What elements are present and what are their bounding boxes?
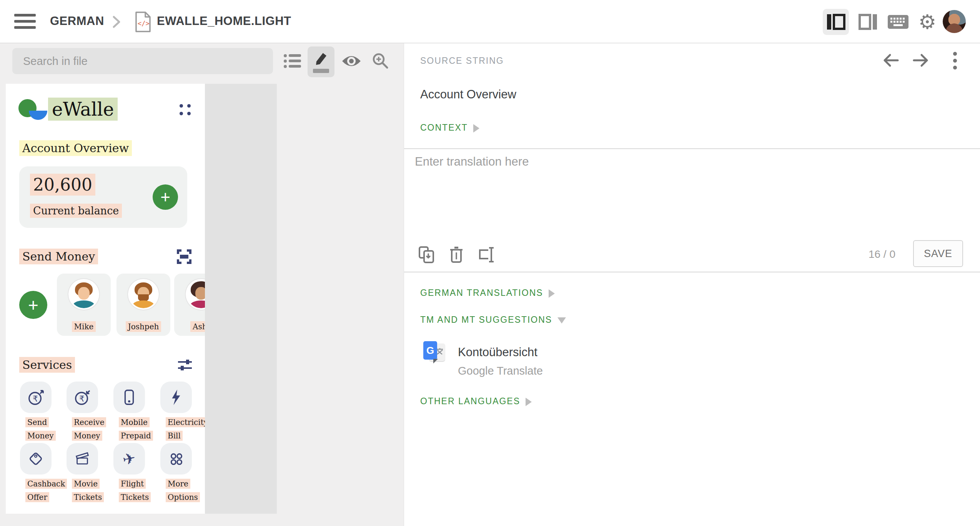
- service-label: Receive Money: [72, 416, 109, 443]
- service-label: Send Money: [25, 416, 62, 443]
- arrow-left-icon: [882, 52, 900, 69]
- electricity-bolt-icon: [167, 388, 185, 406]
- suggestion-text[interactable]: Kontoübersicht: [458, 345, 537, 359]
- balance-card: 20,600 Current balance +: [19, 166, 187, 228]
- service-label: Mobile Prepaid: [119, 416, 156, 443]
- zoom-button[interactable]: [370, 50, 391, 72]
- collapsed-triangle-icon: [526, 398, 532, 406]
- kebab-menu-icon: [952, 51, 958, 70]
- other-languages-toggle[interactable]: OTHER LANGUAGES: [420, 396, 532, 407]
- filter-sliders-icon[interactable]: [178, 359, 192, 373]
- next-string-button[interactable]: [912, 52, 930, 70]
- chevron-right-icon: [111, 15, 121, 30]
- add-contact-button[interactable]: +: [19, 291, 47, 319]
- collapsed-triangle-icon: [473, 124, 479, 133]
- expanded-triangle-icon: [557, 317, 566, 324]
- settings-button[interactable]: ⚙: [914, 9, 940, 35]
- layout-right-panel-button[interactable]: [855, 9, 881, 35]
- contact-avatar: [186, 279, 205, 310]
- send-money-icon: ₹: [27, 388, 45, 406]
- ewalle-logo-icon-accent: [29, 111, 47, 120]
- suggestion-provider: Google Translate: [458, 365, 543, 377]
- balance-amount-string[interactable]: 20,600: [30, 175, 95, 194]
- service-cashback-offer[interactable]: [20, 443, 52, 475]
- preview-mode-button[interactable]: [341, 50, 362, 72]
- contact-name: Mike: [57, 322, 111, 331]
- contact-avatar: [128, 279, 159, 310]
- clapperboard-icon: [73, 450, 91, 468]
- layout-left-panel-button[interactable]: [823, 9, 849, 35]
- contact-card[interactable]: Mike: [57, 274, 111, 336]
- svg-text:₹: ₹: [33, 394, 38, 403]
- service-more-options[interactable]: [160, 443, 192, 475]
- mobile-prepaid-icon: [120, 388, 138, 406]
- zoom-in-icon: [372, 52, 389, 70]
- service-label: Movie Tickets: [72, 477, 109, 504]
- grid-menu-icon[interactable]: [180, 104, 191, 116]
- translate-fold-shape: [433, 359, 438, 363]
- contact-card[interactable]: Joshpeh: [116, 274, 170, 336]
- google-translate-icon[interactable]: G: [423, 341, 446, 364]
- collapsed-triangle-icon: [549, 289, 555, 298]
- breadcrumb-file-name: EWALLE_HOME.LIGHT: [157, 14, 291, 28]
- trash-icon: [449, 246, 463, 264]
- hamburger-menu-icon[interactable]: [14, 13, 37, 32]
- service-flight-tickets[interactable]: ✈: [113, 443, 145, 475]
- layout-left-icon: [826, 13, 845, 31]
- dots-grid-icon: [167, 450, 185, 468]
- german-translations-toggle[interactable]: GERMAN TRANSLATIONS: [420, 288, 555, 298]
- svg-text:</>: </>: [138, 20, 150, 27]
- select-frame-icon[interactable]: [176, 249, 192, 266]
- context-section-toggle[interactable]: CONTEXT: [420, 123, 479, 133]
- service-receive-money[interactable]: ₹: [67, 382, 98, 413]
- code-file-icon: </>: [135, 11, 151, 35]
- edit-underline: [313, 69, 329, 73]
- add-balance-button[interactable]: +: [153, 184, 178, 210]
- previous-string-button[interactable]: [882, 52, 900, 70]
- divider: [404, 272, 980, 272]
- source-string-value: Account Overview: [420, 88, 516, 101]
- keyboard-shortcuts-button[interactable]: [885, 9, 911, 35]
- account-overview-string[interactable]: Account Overview: [19, 141, 132, 155]
- service-movie-tickets[interactable]: [67, 443, 98, 475]
- search-input[interactable]: [12, 48, 273, 74]
- list-icon: [283, 53, 302, 70]
- divider: [404, 148, 980, 149]
- layout-right-icon: [859, 13, 878, 31]
- svg-text:₹: ₹: [79, 394, 84, 403]
- editor-panel: SOURCE STRING Account Overview CONTEXT: [404, 43, 980, 526]
- arrow-right-icon: [912, 52, 930, 69]
- contact-card[interactable]: Ashl: [174, 274, 205, 336]
- edit-mode-button[interactable]: [308, 46, 334, 77]
- translation-input[interactable]: [415, 155, 961, 243]
- tm-mt-suggestions-toggle[interactable]: TM AND MT SUGGESTIONS: [420, 315, 566, 325]
- service-mobile-prepaid[interactable]: [113, 382, 145, 413]
- send-money-string[interactable]: Send Money: [19, 250, 98, 263]
- insert-placeholder-button[interactable]: [476, 244, 496, 265]
- balance-label-string[interactable]: Current balance: [30, 205, 122, 217]
- contact-name: Ashl: [174, 322, 205, 331]
- services-string[interactable]: Services: [19, 358, 75, 372]
- service-send-money[interactable]: ₹: [20, 382, 52, 413]
- contact-name: Joshpeh: [116, 322, 170, 331]
- breadcrumb-language[interactable]: GERMAN: [50, 14, 104, 28]
- user-avatar[interactable]: [943, 10, 966, 33]
- string-list-view-button[interactable]: [282, 50, 303, 72]
- copy-source-icon: [418, 246, 435, 264]
- service-label: Cashback Offer: [25, 477, 62, 504]
- service-label: Flight Tickets: [119, 477, 156, 504]
- copy-source-button[interactable]: [416, 244, 436, 265]
- more-options-button[interactable]: [952, 51, 958, 72]
- text-cursor-box-icon: [478, 246, 495, 263]
- char-counter: 16 / 0: [869, 248, 895, 261]
- clear-translation-button[interactable]: [446, 244, 466, 265]
- app-name-string[interactable]: eWalle: [48, 98, 118, 121]
- eye-icon: [341, 54, 361, 68]
- keyboard-icon: [887, 14, 909, 30]
- translate-g-letter: G: [423, 341, 437, 360]
- pencil-icon: [313, 51, 329, 66]
- service-electricity-bill[interactable]: [160, 382, 192, 413]
- plane-icon: ✈: [121, 449, 137, 469]
- preview-overflow-area: [205, 84, 277, 514]
- save-button[interactable]: SAVE: [913, 240, 963, 267]
